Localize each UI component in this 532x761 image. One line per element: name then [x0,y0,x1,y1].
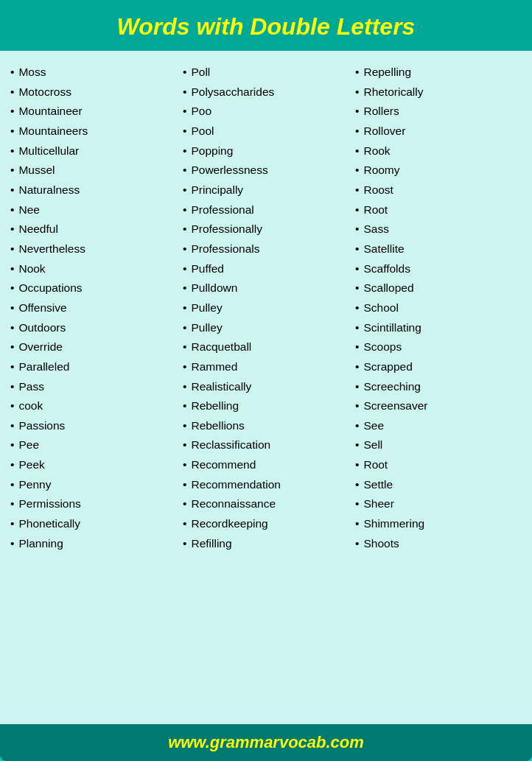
list-item: •Sell [355,435,522,455]
bullet-icon: • [10,298,14,318]
word-text: Roomy [363,161,399,180]
list-item: •Powerlessness [183,161,349,180]
bullet-icon: • [355,396,359,416]
list-item: •Screensaver [355,396,522,416]
word-text: Powerlessness [191,161,267,180]
word-text: Pass [18,377,43,397]
word-text: Multicellular [18,141,79,161]
bullet-icon: • [10,141,14,161]
word-text: Rook [363,141,390,161]
list-item: •Scrapped [355,357,522,377]
word-text: Pulley [191,318,222,338]
page-title: Words with Double Letters [15,13,517,41]
word-text: Passions [18,416,65,436]
word-text: Naturalness [18,180,80,200]
bullet-icon: • [10,475,14,495]
word-text: Penny [18,475,51,495]
list-item: •Root [355,200,522,220]
word-text: Reclassification [191,435,270,455]
bullet-icon: • [183,180,186,200]
bullet-icon: • [183,200,186,220]
word-text: Screensaver [363,396,427,416]
list-item: •Pulley [183,298,349,318]
word-text: Phonetically [18,514,80,534]
bullet-icon: • [355,337,359,357]
bullet-icon: • [355,200,359,220]
word-text: Principally [191,180,243,200]
bullet-icon: • [355,278,359,298]
word-text: Scalloped [363,278,413,298]
word-text: Peek [18,455,44,475]
word-text: Mountaineers [18,122,88,141]
list-item: •Nook [10,259,177,279]
bullet-icon: • [183,298,186,318]
list-item: •Penny [10,475,177,495]
bullet-icon: • [355,141,359,161]
word-text: Recommendation [191,475,280,495]
list-item: •Pee [10,435,177,455]
list-item: •Sheer [355,494,522,514]
list-item: •Scintillating [355,318,522,338]
list-item: •Planning [10,534,177,554]
bullet-icon: • [183,102,186,122]
bullet-icon: • [355,259,359,279]
word-text: Professionals [191,239,259,259]
word-text: Sell [363,435,382,455]
bullet-icon: • [183,161,186,180]
word-text: Rebelling [191,396,239,416]
word-text: Paralleled [18,357,69,377]
list-item: •Sass [355,220,522,239]
word-text: Poll [191,63,210,83]
list-item: •Scoops [355,337,522,357]
bullet-icon: • [10,83,14,102]
bullet-icon: • [10,102,14,122]
content-area: •Moss•Motocross•Mountaineer•Mountaineers… [0,51,532,724]
list-item: •Rebellions [183,416,349,436]
list-item: •Reconnaissance [183,494,349,514]
list-item: •Offensive [10,298,177,318]
word-text: Satellite [363,239,404,259]
list-item: •Shimmering [355,514,522,534]
list-item: •Rhetorically [355,83,522,102]
list-item: •Settle [355,475,522,495]
list-item: •Pulldown [183,278,349,298]
word-text: Racquetball [191,337,251,357]
list-item: •Refilling [183,534,349,554]
list-item: •Naturalness [10,180,177,200]
word-text: Override [18,337,62,357]
column-1: •Moss•Motocross•Mountaineer•Mountaineers… [7,63,180,712]
bullet-icon: • [183,377,186,397]
bullet-icon: • [355,377,359,397]
list-item: •Repelling [355,63,522,83]
bullet-icon: • [355,534,359,554]
list-item: •Nevertheless [10,239,177,259]
bullet-icon: • [10,122,14,141]
word-text: Sass [363,220,388,239]
bullet-icon: • [183,259,186,279]
word-text: Scaffolds [363,259,410,279]
word-text: Rebellions [191,416,244,436]
list-item: •Professionally [183,220,349,239]
list-item: •Racquetball [183,337,349,357]
bullet-icon: • [183,435,186,455]
list-item: •Multicellular [10,141,177,161]
list-item: •Reclassification [183,435,349,455]
footer-url: www.grammarvocab.com [168,733,364,751]
bullet-icon: • [183,534,186,554]
list-item: •Mountaineers [10,122,177,141]
word-text: Shimmering [363,514,424,534]
bullet-icon: • [183,83,186,102]
word-text: Recordkeeping [191,514,267,534]
list-item: •Rammed [183,357,349,377]
list-item: •Professional [183,200,349,220]
bullet-icon: • [355,180,359,200]
word-text: Nevertheless [18,239,85,259]
bullet-icon: • [10,357,14,377]
bullet-icon: • [10,455,14,475]
word-text: Nee [18,200,39,220]
word-text: Rammed [191,357,237,377]
word-text: Polysaccharides [191,83,274,102]
word-text: Moss [18,63,46,83]
bullet-icon: • [183,396,186,416]
footer: www.grammarvocab.com [0,724,532,761]
